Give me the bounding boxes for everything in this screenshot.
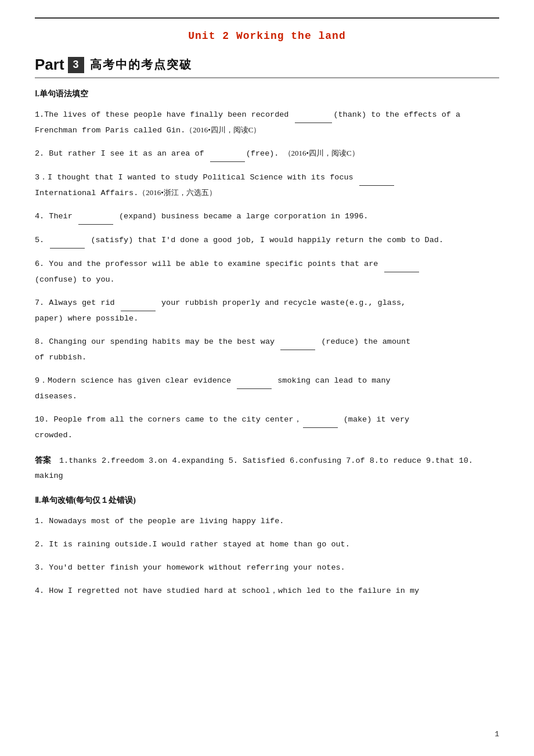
title-section: Unit 2 Working the land	[35, 30, 499, 42]
question-5: 5. (satisfy) that I'd done a good job, I…	[35, 233, 499, 249]
section-ii-q3: 3. You'd better finish your homework wit…	[35, 560, 499, 575]
blank-3	[359, 171, 394, 186]
blank-4	[78, 210, 113, 225]
question-6: 6. You and the professor will be able to…	[35, 257, 499, 287]
blank-7	[121, 296, 156, 311]
question-1: 1.The lives of these people have finally…	[35, 107, 499, 138]
part-number-box: 3	[68, 57, 84, 73]
part-header: Part 3 高考中的考点突破	[35, 56, 499, 78]
page-number: 1	[495, 730, 499, 739]
blank-10	[303, 413, 338, 428]
blank-9	[237, 374, 272, 389]
question-5-text: 5. (satisfy) that I'd done a good job, I…	[35, 236, 443, 244]
section-ii-q1: 1. Nowadays most of the people are livin…	[35, 514, 499, 529]
section-ii-q1-text: 1. Nowadays most of the people are livin…	[35, 517, 284, 525]
question-7: 7. Always get rid your rubbish properly …	[35, 296, 499, 326]
section-ii-q2-text: 2. It is raining outside.I would rather …	[35, 540, 350, 549]
top-border	[35, 17, 499, 19]
part-subtitle: 高考中的考点突破	[90, 57, 192, 73]
question-2: 2. But rather I see it as an area of (fr…	[35, 146, 499, 162]
section-ii-title: Ⅱ.单句改错(每句仅１处错误)	[35, 495, 499, 506]
question-6-text: 6. You and the professor will be able to…	[35, 260, 420, 284]
question-3: 3．I thought that I wanted to study Polit…	[35, 170, 499, 201]
answers-text: 1.thanks 2.freedom 3.on 4.expanding 5. S…	[35, 456, 473, 480]
blank-5	[50, 233, 85, 249]
page-title: Unit 2 Working the land	[188, 30, 345, 42]
section-ii-q2: 2. It is raining outside.I would rather …	[35, 537, 499, 552]
question-9: 9．Modern science has given clear evidenc…	[35, 373, 499, 404]
question-10-text: 10. People from all the corners came to …	[35, 415, 409, 440]
question-3-text: 3．I thought that I wanted to study Polit…	[35, 173, 395, 197]
blank-2	[210, 147, 245, 162]
blank-6	[384, 257, 419, 272]
section-ii-q3-text: 3. You'd better finish your homework wit…	[35, 563, 345, 572]
question-2-text: 2. But rather I see it as an area of (fr…	[35, 149, 359, 158]
blank-1	[295, 108, 333, 123]
question-4: 4. Their (expand) business became a larg…	[35, 209, 499, 225]
section-i-title: Ⅰ.单句语法填空	[35, 89, 499, 99]
question-8-text: 8. Changing our spending habits may be t…	[35, 337, 410, 362]
section-i: Ⅰ.单句语法填空 1.The lives of these people hav…	[35, 89, 499, 484]
blank-8	[280, 335, 315, 350]
answers-label: 答案	[35, 456, 59, 465]
question-1-text: 1.The lives of these people have finally…	[35, 110, 460, 135]
section-ii: Ⅱ.单句改错(每句仅１处错误) 1. Nowadays most of the …	[35, 495, 499, 599]
section-ii-q4-text: 4. How I regretted not have studied hard…	[35, 586, 419, 595]
answers-section: 答案 1.thanks 2.freedom 3.on 4.expanding 5…	[35, 453, 499, 483]
part-label: Part	[35, 56, 64, 74]
question-7-text: 7. Always get rid your rubbish properly …	[35, 298, 406, 323]
question-10: 10. People from all the corners came to …	[35, 412, 499, 443]
question-8: 8. Changing our spending habits may be t…	[35, 334, 499, 365]
question-4-text: 4. Their (expand) business became a larg…	[35, 212, 368, 221]
question-9-text: 9．Modern science has given clear evidenc…	[35, 376, 391, 401]
section-ii-q4: 4. How I regretted not have studied hard…	[35, 584, 499, 599]
